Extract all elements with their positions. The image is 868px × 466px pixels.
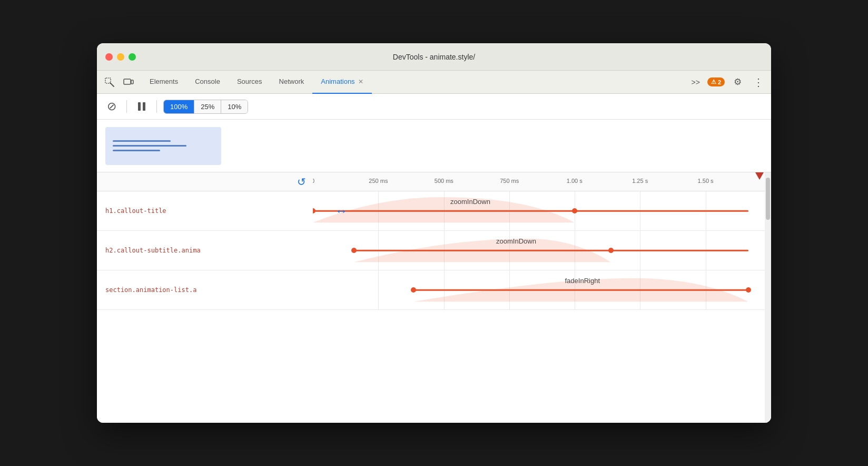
animation-end-dot[interactable]	[608, 248, 614, 253]
animations-toolbar: ⊘ 100% 25% 10%	[97, 94, 771, 120]
timeline-container: ↺ 0250 ms500 ms750 ms1.00 s1.25 s1.50 s1…	[97, 172, 771, 423]
clear-button[interactable]: ⊘	[103, 98, 120, 115]
tab-console[interactable]: Console	[186, 71, 229, 94]
devtools-icons	[101, 74, 137, 91]
animation-row[interactable]: h2.callout-subtitle.animazoomInDown	[97, 231, 771, 270]
clear-icon: ⊘	[107, 100, 116, 113]
device-icon[interactable]	[120, 74, 137, 91]
animation-selector-label: h2.callout-subtitle.anima	[97, 247, 313, 254]
preview-line-2	[113, 145, 186, 147]
ruler-tick-label: 1.00 s	[567, 178, 583, 184]
speed-25-button[interactable]: 25%	[194, 100, 221, 113]
minimize-button[interactable]	[117, 53, 124, 61]
scroll-thumb[interactable]	[766, 178, 770, 220]
animation-start-dot[interactable]	[351, 248, 357, 253]
animation-track: zoomInDown	[313, 231, 771, 270]
animation-selector-label: section.animation-list.a	[97, 286, 313, 294]
animation-preview	[97, 120, 771, 172]
window-title: DevTools - animate.style/	[393, 53, 475, 61]
ruler-tick-label: 1.25 s	[632, 178, 648, 184]
playhead-marker	[755, 172, 764, 180]
speed-100-button[interactable]: 100%	[164, 100, 194, 113]
svg-rect-2	[131, 80, 133, 84]
toolbar-separator	[126, 100, 127, 113]
svg-rect-1	[124, 79, 131, 84]
animation-name-label: zoomInDown	[496, 237, 536, 245]
ruler-tick-label: 750 ms	[500, 178, 519, 184]
resize-arrow[interactable]: ↔	[335, 203, 348, 218]
ruler-left: ↺	[97, 174, 313, 189]
animation-name-label: zoomInDown	[450, 198, 490, 206]
animation-row[interactable]: section.animation-list.afadeInRight	[97, 270, 771, 310]
speed-controls: 100% 25% 10%	[163, 100, 248, 114]
speed-10-button[interactable]: 10%	[221, 100, 248, 113]
animation-row[interactable]: h1.callout-titlezoomInDown↔	[97, 191, 771, 231]
warnings-badge[interactable]: ⚠ 2	[707, 77, 725, 86]
devtools-window: DevTools - animate.style/	[97, 43, 771, 423]
tab-elements[interactable]: Elements	[141, 71, 186, 94]
inspect-icon[interactable]	[101, 74, 118, 91]
animation-line	[313, 210, 748, 212]
preview-line-3	[113, 150, 160, 151]
timeline-scrollbar[interactable]	[765, 172, 771, 423]
maximize-button[interactable]	[129, 53, 136, 61]
ruler-ticks: 0250 ms500 ms750 ms1.00 s1.25 s1.50 s1.7…	[313, 172, 771, 191]
animation-selector-label: h1.callout-title	[97, 207, 313, 215]
ruler-tick-label: 0	[313, 178, 314, 184]
animation-name-label: fadeInRight	[565, 277, 600, 285]
warning-icon: ⚠	[711, 79, 716, 85]
animation-start-dot[interactable]	[411, 287, 416, 293]
tabbar-right: >> ⚠ 2 ⚙ ⋮	[688, 74, 767, 91]
timeline-ruler: ↺ 0250 ms500 ms750 ms1.00 s1.25 s1.50 s1…	[97, 172, 771, 191]
svg-rect-3	[138, 102, 141, 111]
animation-track: zoomInDown↔	[313, 191, 771, 230]
toolbar-separator-2	[156, 100, 157, 113]
svg-rect-4	[143, 102, 145, 111]
devtools-panel: Elements Console Sources Network Animati…	[97, 71, 771, 423]
tab-network[interactable]: Network	[271, 71, 313, 94]
tab-bar: Elements Console Sources Network Animati…	[97, 71, 771, 94]
replay-button[interactable]: ↺	[294, 174, 309, 189]
close-button[interactable]	[105, 53, 113, 61]
more-tabs-button[interactable]: >>	[688, 76, 703, 89]
animation-line	[413, 289, 748, 291]
animation-line	[354, 250, 748, 251]
preview-line-1	[113, 140, 171, 142]
animation-track: fadeInRight	[313, 270, 771, 309]
titlebar: DevTools - animate.style/	[97, 43, 771, 71]
timeline-rows: h1.callout-titlezoomInDown↔h2.callout-su…	[97, 191, 771, 423]
settings-button[interactable]: ⚙	[729, 74, 746, 91]
animation-end-dot[interactable]	[746, 287, 751, 293]
animation-end-dot[interactable]	[572, 208, 577, 213]
ruler-tick-label: 500 ms	[435, 178, 453, 184]
ruler-tick-label: 250 ms	[369, 178, 388, 184]
tab-sources[interactable]: Sources	[229, 71, 271, 94]
ruler-tick-label: 1.50 s	[698, 178, 714, 184]
window-controls	[105, 53, 136, 61]
preview-box	[105, 127, 221, 165]
tab-close-icon[interactable]: ✕	[358, 78, 363, 85]
tab-animations[interactable]: Animations ✕	[312, 71, 371, 94]
pause-button[interactable]	[133, 98, 150, 115]
menu-button[interactable]: ⋮	[750, 74, 767, 91]
